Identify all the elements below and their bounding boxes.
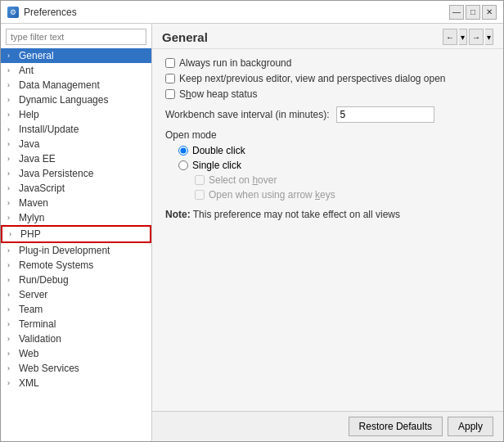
chevron-icon: ›: [7, 66, 16, 74]
sidebar-item-label: Data Management: [19, 79, 100, 91]
sidebar-item-run-debug[interactable]: ›Run/Debug: [1, 273, 151, 287]
chevron-icon: ›: [7, 199, 16, 207]
sidebar-item-team[interactable]: ›Team: [1, 302, 151, 317]
interval-input[interactable]: [336, 106, 434, 123]
sidebar-item-label: Maven: [19, 197, 48, 209]
keep-next-previous-checkbox[interactable]: [165, 74, 175, 83]
sidebar-item-label: Team: [19, 304, 43, 315]
show-heap-underline-char: h: [186, 88, 191, 100]
double-click-radio[interactable]: [178, 146, 188, 156]
sidebar-item-terminal[interactable]: ›Terminal: [1, 317, 151, 332]
chevron-icon: ›: [7, 140, 16, 148]
restore-defaults-button[interactable]: Restore Defaults: [349, 417, 443, 436]
sidebar-item-general[interactable]: ›General: [1, 48, 151, 63]
main-body: Always run in background Keep next/previ…: [152, 49, 503, 411]
main-header: General ← ▾ → ▾: [152, 24, 503, 49]
double-click-row: Double click: [178, 145, 490, 156]
single-click-radio[interactable]: [178, 160, 188, 170]
sidebar-item-label: Remote Systems: [19, 259, 93, 271]
chevron-icon: ›: [7, 335, 16, 343]
sidebar-item-label: Plug-in Development: [19, 245, 110, 256]
sidebar-item-server[interactable]: ›Server: [1, 287, 151, 302]
window-icon: ⚙: [7, 7, 19, 18]
sidebar-item-label: Java Persistence: [19, 168, 93, 179]
sidebar-item-label: Java EE: [19, 153, 56, 165]
minimize-button[interactable]: —: [449, 5, 464, 20]
forward-dropdown[interactable]: ▾: [485, 29, 493, 45]
sidebar-item-php[interactable]: ›PHP: [1, 225, 151, 243]
sidebar-item-java-ee[interactable]: ›Java EE: [1, 151, 151, 166]
chevron-icon: ›: [7, 261, 16, 269]
title-bar-controls: — □ ✕: [449, 5, 497, 20]
note-row: Note: This preference may not take effec…: [165, 209, 490, 220]
hover-underline-char: h: [252, 174, 258, 186]
sidebar-item-ant[interactable]: ›Ant: [1, 63, 151, 78]
show-heap-checkbox[interactable]: [165, 89, 175, 99]
select-on-hover-checkbox[interactable]: [195, 175, 205, 185]
title-bar-left: ⚙ Preferences: [7, 7, 77, 18]
sidebar-item-java-persistence[interactable]: ›Java Persistence: [1, 166, 151, 181]
back-button[interactable]: ←: [443, 29, 457, 45]
sidebar-item-label: Server: [19, 289, 47, 300]
chevron-icon: ›: [7, 350, 16, 358]
close-button[interactable]: ✕: [482, 5, 497, 20]
content-area: ›General›Ant›Data Management›Dynamic Lan…: [1, 24, 503, 441]
show-heap-row: Show heap status: [165, 88, 490, 100]
sidebar-item-label: Run/Debug: [19, 274, 69, 286]
chevron-icon: ›: [7, 155, 16, 163]
sidebar-item-label: Web Services: [19, 363, 79, 374]
back-dropdown[interactable]: ▾: [459, 29, 467, 45]
sidebar-item-javascript[interactable]: ›JavaScript: [1, 181, 151, 196]
maximize-button[interactable]: □: [466, 5, 480, 20]
sidebar-item-help[interactable]: ›Help: [1, 107, 151, 122]
sidebar-item-label: Java: [19, 138, 39, 150]
sidebar-item-java[interactable]: ›Java: [1, 137, 151, 151]
sidebar-item-remote-systems[interactable]: ›Remote Systems: [1, 258, 151, 273]
sidebar-item-maven[interactable]: ›Maven: [1, 196, 151, 210]
sidebar-item-data-management[interactable]: ›Data Management: [1, 78, 151, 92]
chevron-icon: ›: [7, 379, 16, 387]
chevron-icon: ›: [7, 81, 16, 89]
sidebar-item-web-services[interactable]: ›Web Services: [1, 361, 151, 376]
main-title: General: [162, 30, 208, 44]
filter-input[interactable]: [6, 29, 146, 45]
footer: Restore Defaults Apply: [152, 411, 503, 441]
sidebar-item-label: PHP: [20, 228, 41, 240]
double-click-label: Double click: [192, 145, 245, 156]
chevron-icon: ›: [7, 52, 16, 60]
sidebar-item-label: General: [19, 50, 54, 61]
sidebar-item-plug-in-development[interactable]: ›Plug-in Development: [1, 243, 151, 258]
always-run-background-label: Always run in background: [179, 57, 291, 69]
sidebar: ›General›Ant›Data Management›Dynamic Lan…: [1, 24, 152, 441]
note-bold: Note:: [165, 209, 191, 220]
select-on-hover-row: Select on hover: [195, 174, 490, 186]
chevron-icon: ›: [7, 276, 16, 284]
sidebar-item-label: XML: [19, 377, 39, 389]
forward-button[interactable]: →: [469, 29, 484, 45]
apply-button[interactable]: Apply: [448, 417, 493, 436]
chevron-icon: ›: [7, 320, 16, 328]
interval-label: Workbench save interval (in minutes):: [165, 109, 330, 120]
chevron-icon: ›: [7, 364, 16, 372]
sidebar-item-validation[interactable]: ›Validation: [1, 332, 151, 346]
chevron-icon: ›: [7, 246, 16, 255]
always-run-background-checkbox[interactable]: [165, 58, 175, 68]
sidebar-item-mylyn[interactable]: ›Mylyn: [1, 210, 151, 225]
sidebar-item-label: Dynamic Languages: [19, 94, 108, 106]
sidebar-item-label: Ant: [19, 65, 34, 76]
sidebar-item-label: Terminal: [19, 318, 56, 330]
sidebar-item-label: Validation: [19, 333, 61, 345]
chevron-icon: ›: [7, 291, 16, 299]
sidebar-item-dynamic-languages[interactable]: ›Dynamic Languages: [1, 92, 151, 107]
keep-next-previous-row: Keep next/previous editor, view and pers…: [165, 73, 490, 84]
sidebar-item-label: Web: [19, 348, 38, 359]
open-arrow-keys-checkbox[interactable]: [195, 190, 205, 200]
sidebar-item-xml[interactable]: ›XML: [1, 376, 151, 390]
sidebar-item-install-update[interactable]: ›Install/Update: [1, 122, 151, 137]
sidebar-item-web[interactable]: ›Web: [1, 346, 151, 361]
main-panel: General ← ▾ → ▾ Always run in background: [152, 24, 503, 441]
sidebar-item-label: Help: [19, 109, 39, 120]
sidebar-item-label: JavaScript: [19, 183, 65, 194]
open-arrow-keys-label: Open when using arrow keys: [209, 189, 335, 201]
chevron-icon: ›: [7, 125, 16, 133]
